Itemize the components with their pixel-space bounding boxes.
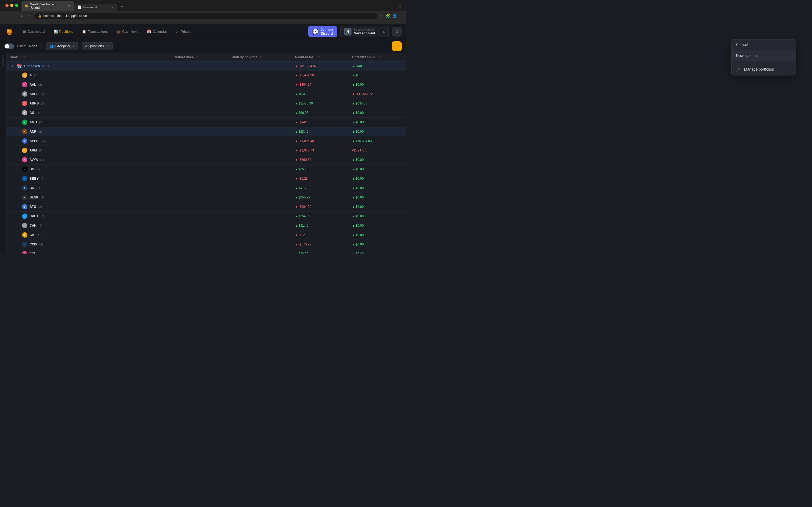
table-header-row: Book ↑ ≡ Market Price ≡ Underlying [6, 53, 406, 61]
forward-button[interactable]: → [11, 13, 17, 19]
table-row[interactable]: › B BLNK (2) ▲$855.99 ▲$0.00 [6, 193, 406, 202]
row-expand-btn[interactable]: › [16, 205, 20, 209]
tab-wealthbee[interactable]: 🐝 WealthBee Trading Journal - ✕ [21, 1, 74, 11]
table-row[interactable]: › B BTU (2) ▼-$904.20 ▲$0.00 [6, 202, 406, 212]
table-row[interactable]: › C CALX (2) ▲$254.69 ▲$0.00 [6, 212, 406, 221]
row-symbol: ABNB [30, 102, 39, 105]
row-realized-pl: -$1,805.40 [299, 139, 314, 143]
minimize-button[interactable] [10, 4, 13, 7]
nav-prices[interactable]: 🏷 Prices [172, 28, 194, 35]
nav-calendar[interactable]: 📅 Calendar [143, 28, 171, 35]
row-expand-btn[interactable]: › [16, 120, 20, 124]
row-expand-btn[interactable]: › [16, 177, 20, 180]
row-symbol: BBBY [30, 177, 39, 180]
settings-button[interactable]: ⚙ [392, 27, 402, 37]
col-book: Book ↑ ≡ [6, 53, 171, 61]
table-row[interactable]: › A ABNB (3) ▲$3,475.39 ▲$635.38 [6, 99, 406, 108]
unrealized-pl-col-menu-icon[interactable]: ≡ [379, 55, 380, 59]
positions-dropdown[interactable]: All positions ▼ [81, 42, 113, 50]
nav-transactions[interactable]: 📋 Transactions [78, 28, 111, 35]
table-row[interactable]: › A ARM (6) ▼-$1,917.73 -$1,917.73 [6, 146, 406, 155]
row-expand-btn[interactable]: › [16, 252, 20, 253]
grouping-dropdown[interactable]: 👥 Grouping ▼ [46, 42, 78, 50]
columns-side-label[interactable]: Columns [2, 55, 5, 71]
market-price-col-menu-icon[interactable]: ≡ [196, 55, 198, 59]
toggle-switch[interactable] [4, 44, 14, 49]
row-symbol: BTU [30, 205, 36, 209]
realized-pl-col-menu-icon[interactable]: ≡ [318, 55, 320, 59]
home-button[interactable]: ⌂ [27, 13, 31, 19]
tab-close-contentful[interactable]: ✕ [110, 5, 114, 9]
book-sort-icon[interactable]: ↑ [19, 56, 21, 59]
group-expand-btn[interactable]: ▼ [11, 64, 14, 68]
portfolio-selector[interactable]: N Selected Portfolio New account ▲ [341, 26, 389, 37]
extensions-icon[interactable]: 🧩 [386, 14, 390, 18]
back-button[interactable]: ← [3, 13, 9, 19]
row-expand-btn[interactable]: › [16, 214, 20, 218]
row-expand-btn[interactable]: › [16, 186, 20, 190]
reload-button[interactable]: ↻ [19, 13, 25, 19]
menu-icon[interactable]: ⋮ [399, 14, 403, 18]
row-symbol: BLNK [30, 195, 39, 199]
table-row[interactable]: › A ANF (2) ▲$28.40 ▲$0.00 [6, 127, 406, 136]
table-row[interactable]: › A AVYA (1) ▼-$660.64 ▲$0.00 [6, 155, 406, 165]
table-row[interactable]: › A AG (1) ▲$86.03 ▲$0.00 [6, 108, 406, 118]
bookmark-icon[interactable]: ☆ [380, 14, 384, 18]
tab-contentful[interactable]: 📄 Contentful ✕ [74, 4, 117, 11]
positions-table-wrapper[interactable]: Book ↑ ≡ Market Price ≡ Underlying [6, 53, 406, 253]
group-row-unbooked[interactable]: ▼ 📚 Unbooked (287) ▼ -$31,984.07 ▲ $40 [6, 61, 406, 71]
row-expand-btn[interactable]: › [16, 149, 20, 152]
grouping-chevron-icon: ▼ [72, 45, 75, 48]
row-expand-btn[interactable]: › [16, 83, 20, 87]
columns-button[interactable]: ⋮ [380, 41, 390, 51]
row-realized-pl: $86.03 [299, 111, 308, 115]
row-expand-btn[interactable]: › [16, 92, 20, 96]
row-count: (2) [39, 83, 42, 86]
row-realized-pl: $3,475.39 [299, 102, 313, 105]
row-expand-btn[interactable]: › [16, 130, 20, 133]
table-row[interactable]: › A AAPL (3) ▲$0.00 ▼-$11,547.72 [6, 90, 406, 99]
table-row[interactable]: › A AMD (2) ▼-$442.98 ▲$0.00 [6, 118, 406, 127]
table-row[interactable]: › B BB (1) ▲$35.70 ▲$0.00 [6, 165, 406, 174]
row-expand-btn[interactable]: › [16, 73, 20, 77]
add-position-button[interactable]: + [392, 41, 402, 51]
row-expand-btn[interactable]: › [16, 158, 20, 162]
table-row[interactable]: › A A (1) ▼-$2,454.98 ▲$0. [6, 71, 406, 80]
table-row[interactable]: › C CCIV (6) ▼-$575.72 ▲$0.00 [6, 240, 406, 249]
row-expand-btn[interactable]: › [16, 195, 20, 199]
row-expand-btn[interactable]: › [16, 102, 20, 105]
row-expand-btn[interactable]: › [16, 139, 20, 143]
tab-close-wealthbee[interactable]: ✕ [67, 4, 71, 8]
table-row[interactable]: › B BK (1) ▲$41.70 ▲$0.00 [6, 183, 406, 193]
filter-toggle[interactable] [4, 44, 14, 49]
row-expand-btn[interactable]: › [16, 167, 20, 171]
address-bar[interactable]: 🔒 beta.wealthbee.io/app/positions [33, 13, 378, 19]
row-realized-pl: $855.99 [299, 195, 310, 199]
table-row[interactable]: › C CCL (1) ▲$48.70 ▲$0.00 [6, 249, 406, 254]
table-row[interactable]: › C CAN (2) ▲$81.40 ▲$0.00 [6, 221, 406, 230]
book-col-menu-icon[interactable]: ≡ [23, 55, 25, 59]
maximize-button[interactable] [15, 4, 18, 7]
row-realized-pl: -$660.64 [299, 158, 311, 162]
group-unrealized-pl: $40 [357, 64, 362, 68]
underlying-price-col-menu-icon[interactable]: ≡ [260, 55, 262, 59]
nav-positions[interactable]: 📊 Positions [50, 28, 77, 35]
close-button[interactable] [5, 4, 9, 7]
row-expand-btn[interactable]: › [16, 111, 20, 115]
user-icon[interactable]: 👤 [392, 14, 397, 18]
nav-dashboard[interactable]: ⊞ Dashboard [19, 28, 49, 35]
new-tab-button[interactable]: + [118, 3, 126, 11]
table-row[interactable]: › B BBBY (2) ▼-$6.28 ▲$0.00 [6, 174, 406, 183]
row-realized-pl: -$304.24 [299, 83, 311, 87]
row-symbol: APPS [30, 139, 39, 143]
row-expand-btn[interactable]: › [16, 242, 20, 246]
tab-overflow-icon[interactable]: ⌄ [396, 3, 404, 8]
row-expand-btn[interactable]: › [16, 233, 20, 237]
discord-button[interactable]: 💬 Join our Discord [308, 26, 337, 37]
table-row[interactable]: › A APPS (14) ▼-$1,805.40 ▲$10,394.83 [6, 136, 406, 146]
table-row[interactable]: › A AAL (2) ▼-$304.24 ▲$0.00 [6, 80, 406, 90]
nav-cashflows[interactable]: 💼 Cashflows [113, 28, 142, 35]
row-symbol: AG [30, 111, 35, 115]
table-row[interactable]: › C CAT (1) ▼-$221.30 ▲$0.00 [6, 230, 406, 240]
row-expand-btn[interactable]: › [16, 224, 20, 227]
